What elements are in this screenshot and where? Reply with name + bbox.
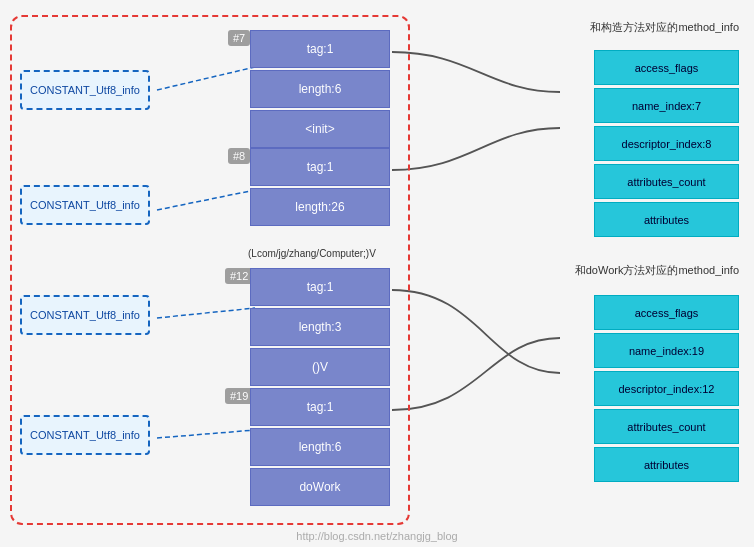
purple-group-2: tag:1 length:26 <box>250 148 390 228</box>
watermark: http://blog.csdn.net/zhangjg_blog <box>296 530 457 542</box>
purple-group-1: tag:1 length:6 <init> <box>250 30 390 150</box>
teal-box-2-4: attributes_count <box>594 409 739 444</box>
teal-group-2: access_flags name_index:19 descriptor_in… <box>594 295 739 485</box>
teal-box-1-1: access_flags <box>594 50 739 85</box>
teal-box-1-3: descriptor_index:8 <box>594 126 739 161</box>
teal-box-1-2: name_index:7 <box>594 88 739 123</box>
purple-box-4-2: length:6 <box>250 428 390 466</box>
purple-box-3-3: ()V <box>250 348 390 386</box>
teal-box-2-3: descriptor_index:12 <box>594 371 739 406</box>
badge-7: #7 <box>228 30 250 46</box>
purple-box-1-2: length:6 <box>250 70 390 108</box>
constant-label-2: CONSTANT_Utf8_info <box>30 199 140 211</box>
teal-box-1-4: attributes_count <box>594 164 739 199</box>
constant-label-4: CONSTANT_Utf8_info <box>30 429 140 441</box>
teal-box-2-5: attributes <box>594 447 739 482</box>
purple-box-3-2: length:3 <box>250 308 390 346</box>
label-lcom: (Lcom/jg/zhang/Computer;)V <box>248 248 376 259</box>
teal-box-2-2: name_index:19 <box>594 333 739 368</box>
purple-box-4-3: doWork <box>250 468 390 506</box>
teal-box-1-5: attributes <box>594 202 739 237</box>
purple-box-2-2: length:26 <box>250 188 390 226</box>
constant-utf8-box-3: CONSTANT_Utf8_info <box>20 295 150 335</box>
teal-group-1: access_flags name_index:7 descriptor_ind… <box>594 50 739 240</box>
purple-group-4: tag:1 length:6 doWork <box>250 388 390 508</box>
purple-box-1-1: tag:1 <box>250 30 390 68</box>
purple-group-3: tag:1 length:3 ()V <box>250 268 390 388</box>
constant-label-1: CONSTANT_Utf8_info <box>30 84 140 96</box>
purple-box-3-1: tag:1 <box>250 268 390 306</box>
constant-utf8-box-4: CONSTANT_Utf8_info <box>20 415 150 455</box>
method-title-1: 和构造方法对应的method_info <box>539 20 739 35</box>
constant-utf8-box-1: CONSTANT_Utf8_info <box>20 70 150 110</box>
constant-utf8-box-2: CONSTANT_Utf8_info <box>20 185 150 225</box>
purple-box-4-1: tag:1 <box>250 388 390 426</box>
teal-box-2-1: access_flags <box>594 295 739 330</box>
badge-8: #8 <box>228 148 250 164</box>
purple-box-2-1: tag:1 <box>250 148 390 186</box>
method-title-2: 和doWork方法对应的method_info <box>539 263 739 278</box>
purple-box-1-3: <init> <box>250 110 390 148</box>
constant-label-3: CONSTANT_Utf8_info <box>30 309 140 321</box>
